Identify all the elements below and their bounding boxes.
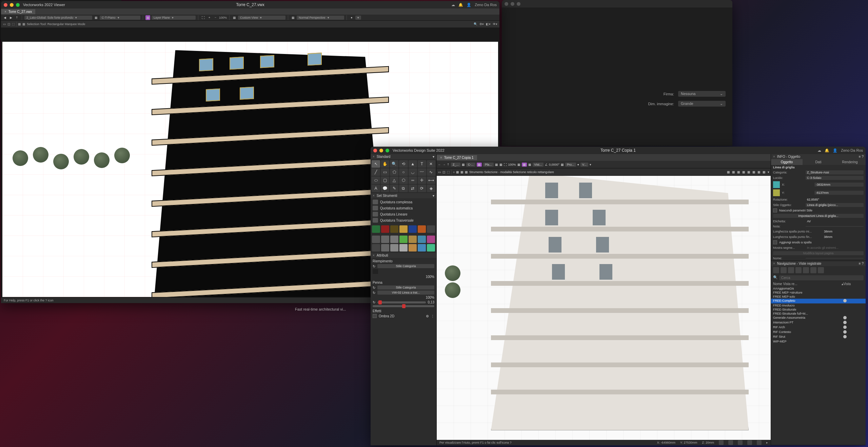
quick-drop-icon[interactable]: ▾ (768, 170, 769, 174)
swatch-icon[interactable] (418, 244, 426, 252)
arc-tool-icon[interactable]: ◡ (409, 168, 417, 176)
visibility-icon[interactable]: 👁▾ (493, 22, 497, 26)
search-icon[interactable]: 🔍 (474, 22, 477, 26)
nav-row[interactable]: AAAggiornaGis (771, 286, 866, 291)
x-field[interactable]: -38324mm (814, 183, 864, 187)
bg-titlebar[interactable] (502, 0, 732, 7)
text-tool-icon[interactable]: T (418, 160, 426, 168)
eyedropper-tool-icon[interactable]: ✎ (390, 185, 398, 192)
back-icon[interactable]: ← (438, 163, 441, 166)
zoomout-icon[interactable]: － (213, 15, 218, 20)
swatch-icon[interactable] (418, 225, 426, 233)
nav-btn2-icon[interactable] (781, 267, 787, 273)
nav-row[interactable]: Intersezioni PT (771, 320, 866, 325)
flyover-tool-icon[interactable]: ⟲ (399, 160, 408, 168)
bell-icon[interactable]: 🔔 (458, 3, 463, 7)
mode7-icon[interactable]: ▦ (465, 170, 468, 174)
double-line-icon[interactable]: ═ (409, 176, 417, 184)
nav-row[interactable]: FREE-Completo (771, 299, 866, 303)
mode4-icon[interactable]: ▦ (18, 22, 21, 26)
teapot-icon[interactable] (719, 440, 724, 445)
tab-dati[interactable]: Dati (803, 159, 834, 165)
standard-header[interactable]: × Standard ▾ (371, 154, 436, 159)
swatch-icon[interactable] (427, 225, 435, 233)
fit-icon[interactable]: ⛶ (504, 163, 507, 166)
mode3-icon[interactable]: ⬚ (12, 22, 15, 26)
mode4-icon[interactable]: ⟐ (453, 170, 455, 174)
circle-tool-icon[interactable]: ○ (399, 168, 408, 176)
toolset-item[interactable]: Quotatura automatica (371, 205, 436, 211)
quick7-icon[interactable]: ▦ (757, 170, 761, 174)
firma-select[interactable]: Nessuna⌄ (678, 91, 726, 97)
mode5-icon[interactable]: ▦ (22, 22, 25, 26)
swatch-icon[interactable] (409, 244, 417, 252)
freehand-tool-icon[interactable]: 〰 (418, 168, 426, 176)
proj-dropdown[interactable]: Pro... (565, 163, 576, 167)
tab-oggetto[interactable]: Oggetto (771, 159, 803, 165)
mode2-icon[interactable]: ◫ (442, 170, 446, 174)
grid-icon[interactable]: ▦ (517, 163, 520, 166)
angle-icon[interactable]: ∠ (545, 163, 548, 166)
tab-close-icon[interactable]: × (4, 10, 6, 14)
line-tool-icon[interactable]: ╱ (372, 168, 380, 176)
doc-tab[interactable]: × Torre C_27 Copia 1 (437, 155, 477, 160)
anchor-icon[interactable] (773, 181, 780, 188)
play-icon[interactable] (738, 440, 743, 445)
cloud-icon[interactable]: ☁ (817, 148, 821, 153)
mode1-icon[interactable]: ▭ (3, 22, 6, 26)
nav-btn5-icon[interactable] (803, 267, 809, 273)
minimize-icon[interactable] (379, 149, 383, 152)
zoomin-icon[interactable]: ＋ (207, 15, 212, 20)
shadow-checkbox[interactable] (373, 314, 377, 318)
snap2-icon[interactable]: ▦ (499, 163, 502, 166)
plane-dropdown[interactable]: Pla... (483, 163, 494, 167)
swatch-icon[interactable] (381, 236, 389, 243)
nav-row[interactable]: FREE MEP +strutture (771, 291, 866, 295)
nav-row[interactable]: FREE-Strutturale full+M... (771, 312, 866, 316)
class-opts-icon[interactable]: ▦ (94, 15, 98, 20)
nav-row[interactable]: RIF Arch (771, 325, 866, 330)
shadow-opts-icon[interactable]: ⚙ (426, 314, 429, 318)
pen-opacity[interactable]: 100% (426, 296, 434, 299)
toolset-item[interactable]: Quotatura Lineare (371, 211, 436, 217)
rotate-tool-icon[interactable]: ⟳ (418, 185, 426, 192)
layer-dropdown[interactable]: C-T-Piano▾ (100, 16, 140, 20)
y-field[interactable]: -8137mm (814, 191, 864, 195)
fill-opacity[interactable]: 100% (426, 275, 434, 279)
offset-tool-icon[interactable]: ⧉ (399, 185, 408, 192)
doc-tab[interactable]: × Torre C_27.vwx (1, 9, 35, 14)
toolset-item[interactable]: Quotatura complessa (371, 199, 436, 205)
proj-icon[interactable]: ▦ (561, 163, 564, 166)
oval-tool-icon[interactable]: ⬭ (372, 176, 380, 184)
swatch-icon[interactable] (399, 236, 408, 243)
swatch-icon[interactable] (372, 225, 380, 233)
text2-tool-icon[interactable]: A (372, 185, 380, 192)
render-dropdown[interactable]: ▾ (355, 16, 361, 20)
view-dropdown[interactable]: Custom View▾ (238, 16, 285, 20)
nav-row[interactable]: RIF Strut (771, 335, 866, 339)
settings-button[interactable]: Impostazioni Linea di griglia... (773, 214, 864, 218)
swatch-icon[interactable] (399, 244, 408, 252)
poly-tool-icon[interactable]: ⬠ (390, 168, 398, 176)
share-icon[interactable]: ⇡ (15, 15, 19, 20)
close-icon[interactable] (373, 149, 377, 152)
fill-style-dropdown[interactable]: Stile Categoria (377, 264, 434, 268)
nav-row[interactable]: Generale-Assonometria (771, 316, 866, 320)
pen-type-icon[interactable]: ↻ (373, 286, 375, 290)
style-dropdown[interactable]: Linea di griglia (picco... (806, 203, 864, 207)
swatch-icon[interactable] (372, 244, 380, 252)
close-icon[interactable] (4, 3, 7, 7)
nav-btn6-icon[interactable] (810, 267, 816, 273)
back-icon[interactable]: ◀ (2, 15, 7, 20)
mirror-tool-icon[interactable]: ⇄ (409, 185, 417, 192)
delete-tool-icon[interactable]: ✕ (427, 160, 435, 168)
anchor2-icon[interactable] (773, 189, 780, 196)
gear-icon[interactable]: ⚙▾ (479, 22, 484, 26)
swatch-icon[interactable] (381, 244, 389, 252)
cloud-icon[interactable]: ☁ (451, 3, 455, 7)
proj-icon[interactable]: ▦ (291, 15, 295, 20)
nav-btn3-icon[interactable] (788, 267, 794, 273)
swatch-icon[interactable] (427, 244, 435, 252)
quick8-icon[interactable]: ▦ (763, 170, 766, 174)
tab-rendering[interactable]: Rendering (834, 159, 866, 165)
